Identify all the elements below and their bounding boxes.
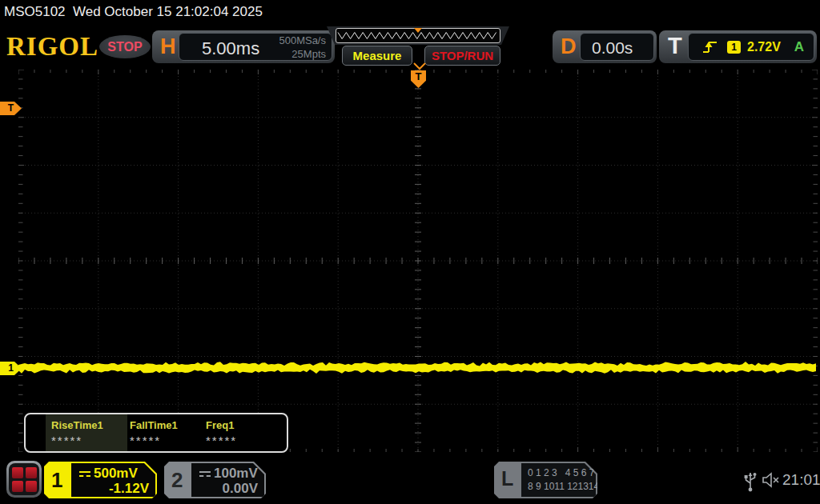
measurement-results-box[interactable]: RiseTime1 ***** FallTime1 ***** Freq1 **… <box>24 413 288 453</box>
preview-trigger-marker-icon[interactable] <box>414 28 422 33</box>
stop-run-button[interactable]: STOP/RUN <box>424 46 500 66</box>
trigger-level-value: 2.72V <box>747 40 781 54</box>
usb-icon <box>743 469 758 493</box>
measurement-name: Freq1 <box>206 419 283 431</box>
graticule-grid <box>18 70 818 452</box>
measurement-name: FallTime1 <box>130 419 207 431</box>
trigger-source-badge: 1 <box>727 41 741 54</box>
timebase-value: 5.00ms <box>202 38 259 59</box>
measurement-name: RiseTime1 <box>51 419 128 431</box>
clock-time: 21:01 <box>782 471 820 489</box>
acquisition-status-badge: STOP <box>99 35 151 58</box>
channel2-status-box[interactable]: 2 100mV 0.00V <box>164 462 266 498</box>
channel1-offset: -1.12V <box>109 481 149 497</box>
channel2-offset: 0.00V <box>223 481 258 497</box>
rigol-logo: RIGOL <box>6 32 98 62</box>
model-and-datetime: MSO5102 Wed October 15 21:02:04 2025 <box>4 4 263 20</box>
measurement-value: ***** <box>206 434 283 447</box>
sample-rate: 500MSa/s <box>279 34 326 48</box>
channel2-number: 2 <box>171 468 183 493</box>
channel1-scale: 500mV <box>79 466 138 482</box>
logic-channels-row1: 0 1 2 3 4 5 6 7 <box>528 467 594 478</box>
waveform-display-area[interactable] <box>18 70 818 452</box>
trigger-panel[interactable]: T 1 2.72V A <box>659 30 817 63</box>
menu-grid-button[interactable] <box>6 461 42 498</box>
channel2-scale: 100mV <box>199 466 258 482</box>
channel1-number: 1 <box>51 468 62 493</box>
rising-edge-trigger-icon <box>701 39 719 55</box>
measurement-item[interactable]: FallTime1 ***** <box>130 419 207 447</box>
measure-button[interactable]: Measure <box>342 46 412 66</box>
trigger-values[interactable]: 1 2.72V A <box>688 33 814 61</box>
dc-coupling-icon <box>79 471 90 477</box>
delay-label: D <box>561 34 577 59</box>
grid-icon <box>9 463 39 495</box>
logic-channels-row2: 8 9 1011 12131415 <box>528 481 610 492</box>
trigger-label: T <box>668 33 682 59</box>
measurement-value: ***** <box>130 434 207 447</box>
measurement-item[interactable]: RiseTime1 ***** <box>51 419 128 447</box>
horizontal-values[interactable]: 5.00ms 500MSa/s 25Mpts <box>179 33 332 61</box>
memory-depth: 25Mpts <box>279 48 326 62</box>
status-bar: MSO5102 Wed October 15 21:02:04 2025 <box>0 0 820 24</box>
sample-rate-block: 500MSa/s 25Mpts <box>279 34 326 62</box>
speaker-muted-icon[interactable] <box>762 471 782 489</box>
dc-coupling-icon <box>199 471 211 477</box>
horizontal-panel[interactable]: H 5.00ms 500MSa/s 25Mpts <box>152 30 335 63</box>
trigger-sweep-mode: A <box>794 39 804 55</box>
channel1-status-box[interactable]: 1 500mV -1.12V <box>44 462 157 498</box>
waveform-preview-strip[interactable] <box>327 26 509 45</box>
delay-values[interactable]: 0.00s <box>580 33 654 61</box>
oscilloscope-screen: MSO5102 Wed October 15 21:02:04 2025 RIG… <box>0 0 820 504</box>
horizontal-label: H <box>160 34 176 59</box>
measurement-item[interactable]: Freq1 ***** <box>206 419 283 447</box>
delay-panel[interactable]: D 0.00s <box>553 30 657 63</box>
logic-label: L <box>501 467 513 490</box>
trigger-delay-chevron-icon[interactable] <box>413 62 426 70</box>
logic-channels-box[interactable]: L 0 1 2 3 4 5 6 7 8 9 1011 12131415 <box>494 462 597 498</box>
measurement-value: ***** <box>51 434 128 447</box>
delay-value: 0.00s <box>592 38 633 58</box>
